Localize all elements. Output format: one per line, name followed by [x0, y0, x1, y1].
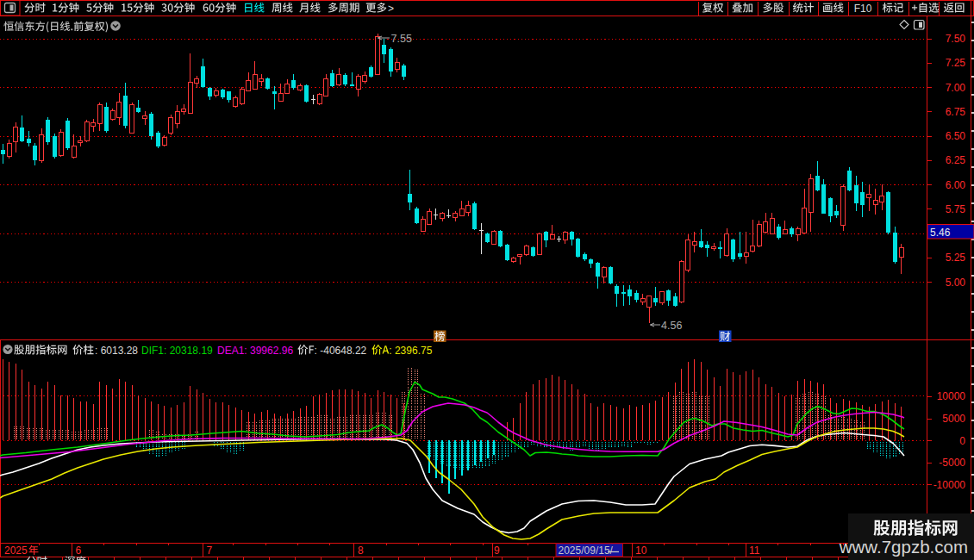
svg-text:-10000: -10000	[933, 479, 966, 491]
svg-text:5.75: 5.75	[946, 203, 966, 215]
svg-text:F10: F10	[854, 3, 872, 15]
svg-text:7: 7	[207, 544, 213, 557]
svg-text:: 6013.28: : 6013.28	[95, 345, 138, 357]
svg-text:DIF1: 20318.19: DIF1: 20318.19	[141, 345, 213, 357]
svg-text:4.56: 4.56	[661, 320, 682, 332]
svg-text:5.00: 5.00	[946, 277, 966, 289]
svg-text:: 2396.75: : 2396.75	[389, 345, 432, 357]
svg-text:10: 10	[635, 544, 647, 557]
svg-text:7.50: 7.50	[946, 33, 966, 45]
svg-text:: -40648.22: : -40648.22	[315, 345, 367, 357]
svg-text:-5000: -5000	[939, 457, 965, 469]
svg-text:10000: 10000	[937, 390, 966, 402]
svg-text:11: 11	[749, 544, 760, 557]
svg-text:5.46: 5.46	[930, 227, 951, 239]
svg-text:2025/09/15/: 2025/09/15/	[559, 544, 614, 557]
svg-text:8: 8	[358, 544, 364, 557]
svg-text:0: 0	[959, 435, 965, 447]
svg-text:6.00: 6.00	[946, 179, 966, 191]
svg-text:7.00: 7.00	[946, 82, 966, 94]
svg-text:9: 9	[494, 544, 500, 557]
svg-text:6.25: 6.25	[946, 154, 966, 166]
svg-text:6: 6	[76, 544, 82, 557]
svg-text:6.50: 6.50	[946, 130, 966, 142]
svg-text:6.75: 6.75	[946, 106, 966, 118]
svg-text:>: >	[388, 3, 394, 15]
svg-text:www.7gpzb.com: www.7gpzb.com	[839, 537, 968, 557]
svg-text:7.55: 7.55	[391, 33, 412, 45]
svg-text:5000: 5000	[942, 413, 965, 425]
svg-text:DEA1: 39962.96: DEA1: 39962.96	[217, 345, 293, 357]
svg-text:5.25: 5.25	[946, 252, 966, 264]
svg-text:2025: 2025	[4, 544, 28, 557]
svg-text:7.25: 7.25	[946, 57, 966, 69]
